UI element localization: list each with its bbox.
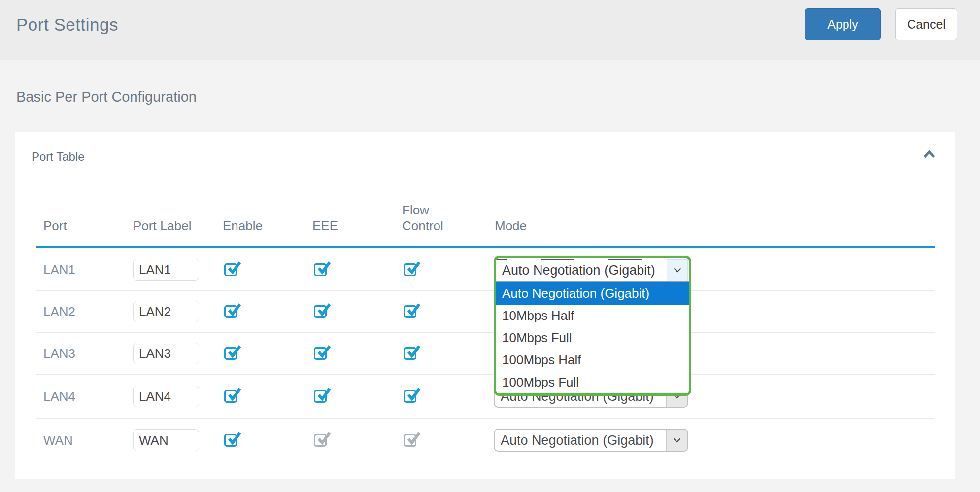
mode-select-value: Auto Negotiation (Gigabit) bbox=[497, 259, 667, 281]
table-row: LAN1 bbox=[36, 249, 935, 291]
mode-option[interactable]: 10Mbps Full bbox=[496, 327, 689, 349]
port-label-input[interactable] bbox=[133, 429, 199, 451]
flow-control-checkbox[interactable] bbox=[404, 263, 416, 276]
table-row: LAN4 Auto Negotiation (Gigabit) bbox=[36, 375, 935, 419]
section-title: Basic Per Port Configuration bbox=[16, 89, 197, 105]
port-name: WAN bbox=[43, 419, 73, 462]
card-header-divider bbox=[15, 176, 955, 176]
mode-option[interactable]: 10Mbps Half bbox=[496, 305, 689, 327]
page-title: Port Settings bbox=[16, 15, 118, 35]
card-title: Port Table bbox=[32, 150, 85, 164]
collapse-section-button[interactable] bbox=[921, 148, 938, 162]
flow-control-checkbox-disabled bbox=[404, 434, 416, 447]
table-header-row: Port Port Label Enable EEE Flow Control … bbox=[36, 195, 935, 248]
table-row: LAN2 bbox=[36, 291, 935, 333]
column-header-flow-control: Flow Control bbox=[402, 202, 456, 234]
enable-checkbox[interactable] bbox=[224, 263, 237, 276]
mode-select-value: Auto Negotiation (Gigabit) bbox=[495, 433, 666, 448]
page-header: Port Settings Apply Cancel bbox=[0, 0, 980, 60]
column-header-eee: EEE bbox=[312, 218, 338, 234]
chevron-up-icon bbox=[923, 150, 936, 160]
port-label-input[interactable] bbox=[133, 301, 199, 322]
port-settings-page: Port Settings Apply Cancel Basic Per Por… bbox=[0, 0, 980, 492]
port-label-input[interactable] bbox=[133, 259, 199, 281]
mode-dropdown-open: Auto Negotiation (Gigabit) Auto Negotiat… bbox=[494, 256, 691, 396]
port-name: LAN2 bbox=[43, 291, 75, 332]
enable-checkbox[interactable] bbox=[224, 347, 237, 360]
port-name: LAN4 bbox=[43, 375, 75, 418]
chevron-down-icon bbox=[666, 430, 687, 451]
column-header-port-label: Port Label bbox=[133, 218, 192, 234]
port-label-input[interactable] bbox=[133, 343, 199, 364]
table-row: LAN3 bbox=[36, 333, 935, 375]
table-row: WAN Auto Negotiation (Gigabit) bbox=[36, 419, 935, 462]
mode-option-list: Auto Negotiation (Gigabit) 10Mbps Half 1… bbox=[496, 282, 689, 393]
port-label-input[interactable] bbox=[133, 386, 199, 407]
eee-checkbox[interactable] bbox=[314, 390, 327, 403]
mode-option-selected[interactable]: Auto Negotiation (Gigabit) bbox=[496, 282, 689, 305]
port-name: LAN3 bbox=[43, 333, 75, 374]
flow-control-checkbox[interactable] bbox=[404, 390, 416, 403]
apply-button[interactable]: Apply bbox=[805, 8, 881, 40]
column-header-enable: Enable bbox=[223, 218, 263, 234]
column-header-port: Port bbox=[43, 218, 67, 234]
mode-option[interactable]: 100Mbps Half bbox=[496, 349, 689, 371]
enable-checkbox[interactable] bbox=[224, 305, 237, 318]
mode-select-focused[interactable]: Auto Negotiation (Gigabit) bbox=[496, 258, 689, 281]
enable-checkbox[interactable] bbox=[224, 434, 237, 447]
column-header-mode: Mode bbox=[495, 218, 527, 234]
cancel-button[interactable]: Cancel bbox=[895, 8, 957, 40]
flow-control-checkbox[interactable] bbox=[404, 305, 416, 318]
mode-select[interactable]: Auto Negotiation (Gigabit) bbox=[494, 429, 688, 452]
enable-checkbox[interactable] bbox=[224, 390, 237, 403]
chevron-down-icon[interactable] bbox=[667, 259, 688, 281]
mode-option[interactable]: 100Mbps Full bbox=[496, 371, 689, 393]
flow-control-checkbox[interactable] bbox=[404, 347, 416, 360]
eee-checkbox-disabled bbox=[314, 434, 327, 447]
eee-checkbox[interactable] bbox=[314, 263, 327, 276]
port-name: LAN1 bbox=[43, 249, 75, 290]
eee-checkbox[interactable] bbox=[314, 347, 327, 360]
eee-checkbox[interactable] bbox=[314, 305, 327, 318]
